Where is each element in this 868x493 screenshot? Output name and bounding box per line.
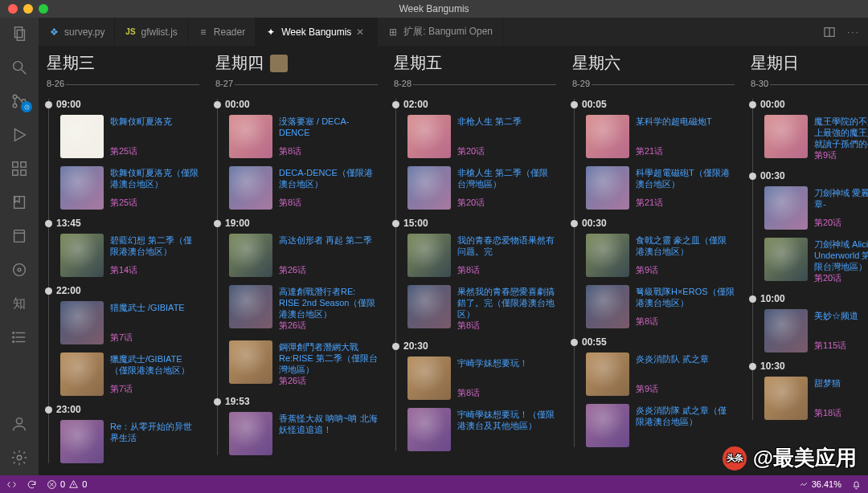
sync-icon[interactable] xyxy=(27,479,37,490)
bangumi-entry[interactable]: Re：从零开始的异世界生活 xyxy=(60,420,199,463)
book-icon[interactable] xyxy=(10,226,29,246)
entry-title[interactable]: Re：从零开始的异世界生活 xyxy=(110,421,199,443)
entry-title[interactable]: 鋼彈創鬥者潛網大戰 Re:RISE 第二季（僅限台灣地區） xyxy=(279,341,378,375)
entry-title[interactable]: DECA-DENCE（僅限港澳台地区） xyxy=(279,167,378,189)
bangumi-entry[interactable]: 科學超電磁砲T（僅限港澳台地区）第21话 xyxy=(586,166,735,210)
thumbnail xyxy=(229,412,272,455)
thumbnail xyxy=(60,352,104,396)
bangumi-entry[interactable]: 高達創戰潛行者RE: RISE 2nd Season（僅限港澳台地区）第26话 xyxy=(229,285,378,332)
entry-title[interactable]: 没落要塞 / DECA-DENCE xyxy=(279,116,378,138)
entry-title[interactable]: 某科学的超电磁炮T xyxy=(636,116,712,127)
bangumi-entry[interactable]: 果然我的青春戀愛喜劇搞錯了。完（僅限港澳台地区）第8话 xyxy=(407,285,556,332)
bangumi-entry[interactable]: 炎炎消防队 贰之章第9话 xyxy=(586,352,735,396)
tab--bangumi-open[interactable]: ⊞扩展: Bangumi Open xyxy=(378,18,503,46)
entry-title[interactable]: 高达创形者 再起 第二季 xyxy=(279,234,372,246)
time-label: 22:00 xyxy=(56,285,81,296)
bangumi-entry[interactable]: 宇崎學妹想要玩！（僅限港澳台及其他地區） xyxy=(407,408,556,451)
bangumi-entry[interactable]: 歌舞伎町夏洛克第25话 xyxy=(60,115,199,158)
tab-label: Week Bangumis xyxy=(281,26,351,38)
more-icon[interactable]: ··· xyxy=(847,26,860,39)
cursor-pct[interactable]: 36.41% xyxy=(798,479,841,490)
bangumi-entry[interactable]: 歌舞伎町夏洛克（僅限港澳台地区）第25话 xyxy=(60,166,199,210)
bangumi-entry[interactable]: 炎炎消防隊 貳之章（僅限港澳台地區） xyxy=(586,404,735,447)
bangumi-entry[interactable]: 刀劍神域 愛麗絲篇 -終章-第20话 xyxy=(764,186,868,230)
entry-title[interactable]: 歌舞伎町夏洛克 xyxy=(110,116,172,127)
tab-gfwlist-js[interactable]: JSgfwlist.js xyxy=(115,18,187,46)
zhihu-icon[interactable]: 知 xyxy=(10,294,29,313)
entry-title[interactable]: 我的青春恋爱物语果然有问题。完 xyxy=(457,234,556,257)
remote-icon[interactable] xyxy=(6,479,17,490)
bangumi-entry[interactable]: 甜梦猫第18话 xyxy=(764,377,868,420)
bangumi-entry[interactable]: 刀劍神域 Alicization Underworld 第二季（僅限台灣地區）第… xyxy=(764,238,868,285)
bangumi-entry[interactable]: 猎魔武士 /GIBIATE第7话 xyxy=(60,301,199,344)
bangumi-entry[interactable]: 香蕉怪大叔 呐呐~呐 北海妖怪追追追！ xyxy=(229,412,378,455)
entry-title[interactable]: 宇崎学妹想要玩！ xyxy=(457,357,528,369)
settings-gear-icon[interactable] xyxy=(10,448,29,467)
search-icon[interactable] xyxy=(10,58,29,77)
entry-title[interactable]: 科學超電磁砲T（僅限港澳台地区） xyxy=(636,167,735,189)
entry-title[interactable]: 高達創戰潛行者RE: RISE 2nd Season（僅限港澳台地区） xyxy=(279,286,378,320)
entry-title[interactable]: 碧藍幻想 第二季（僅限港澳台地区） xyxy=(110,234,199,257)
bangumi-entry[interactable]: 没落要塞 / DECA-DENCE第8话 xyxy=(229,115,378,158)
svg-point-16 xyxy=(14,264,26,276)
bangumi-entry[interactable]: 宇崎学妹想要玩！第8话 xyxy=(407,357,556,400)
bangumi-entry[interactable]: 我的青春恋爱物语果然有问题。完第8话 xyxy=(407,234,556,277)
extensions-icon[interactable] xyxy=(10,159,29,178)
content-area: 星期三8-2609:00歌舞伎町夏洛克第25话歌舞伎町夏洛克（僅限港澳台地区）第… xyxy=(39,46,868,475)
svg-point-24 xyxy=(16,418,22,424)
entry-title[interactable]: 炎炎消防队 贰之章 xyxy=(636,353,709,365)
bangumi-entry[interactable]: 魔王學院的不適任者～史上最強的魔王始祖、轉生就讀子孫們的學校～第9话 xyxy=(764,115,868,162)
entry-title[interactable]: 猎魔武士 /GIBIATE xyxy=(110,302,185,313)
entry-title[interactable]: 甜梦猫 xyxy=(814,377,841,389)
bangumi-entry[interactable]: 鋼彈創鬥者潛網大戰 Re:RISE 第二季（僅限台灣地區）第26话 xyxy=(229,340,378,388)
entry-title[interactable]: 弩級戰隊H×EROS（僅限港澳台地区） xyxy=(636,286,735,308)
bangumi-entry[interactable]: 食戟之靈 豪之皿（僅限港澳台地区）第9话 xyxy=(586,234,735,277)
entry-title[interactable]: 非槍人生 第二季（僅限台灣地區） xyxy=(457,167,556,189)
bookmark-icon[interactable] xyxy=(10,193,29,212)
entry-title[interactable]: 歌舞伎町夏洛克（僅限港澳台地区） xyxy=(110,167,199,189)
time-bullet-icon xyxy=(45,287,52,295)
entry-title[interactable]: 美妙☆频道 xyxy=(814,310,858,321)
bell-icon[interactable] xyxy=(851,479,862,490)
split-editor-icon[interactable] xyxy=(823,26,836,39)
tab-reader[interactable]: ≡Reader xyxy=(188,18,256,46)
account-icon[interactable] xyxy=(10,414,29,434)
bangumi-entry[interactable]: 高达创形者 再起 第二季第26话 xyxy=(229,234,378,277)
list-icon[interactable] xyxy=(10,328,29,347)
entry-title[interactable]: 果然我的青春戀愛喜劇搞錯了。完（僅限港澳台地区） xyxy=(457,286,556,320)
bangumi-entry[interactable]: 獵魔武士/GIBIATE（僅限港澳台地区）第7话 xyxy=(60,352,199,396)
close-window-icon[interactable] xyxy=(8,4,18,14)
entry-title[interactable]: 魔王學院的不適任者～史上最強的魔王始祖、轉生就讀子孫們的學校～ xyxy=(814,116,868,149)
entry-title[interactable]: 刀劍神域 愛麗絲篇 -終章- xyxy=(814,187,868,210)
svg-rect-10 xyxy=(13,170,18,175)
thumbnail xyxy=(764,238,808,281)
entry-title[interactable]: 食戟之靈 豪之皿（僅限港澳台地区） xyxy=(636,234,735,257)
bangumi-entry[interactable]: 某科学的超电磁炮T第21话 xyxy=(586,115,735,158)
bangumi-entry[interactable]: 弩級戰隊H×EROS（僅限港澳台地区）第8话 xyxy=(586,285,735,328)
entry-title[interactable]: 刀劍神域 Alicization Underworld 第二季（僅限台灣地區） xyxy=(814,238,868,272)
source-control-icon[interactable] xyxy=(10,92,29,111)
tab-week-bangumis[interactable]: ✦Week Bangumis✕ xyxy=(256,18,378,46)
files-icon[interactable] xyxy=(10,24,29,43)
bangumi-entry[interactable]: DECA-DENCE（僅限港澳台地区）第8话 xyxy=(229,166,378,210)
thumbnail xyxy=(764,377,808,420)
tab-survey-py[interactable]: ❖survey.py xyxy=(39,18,115,46)
entry-title[interactable]: 香蕉怪大叔 呐呐~呐 北海妖怪追追追！ xyxy=(279,413,378,435)
time-bullet-icon xyxy=(571,220,578,227)
entry-title[interactable]: 炎炎消防隊 貳之章（僅限港澳台地區） xyxy=(636,405,735,427)
problems[interactable]: 0 0 xyxy=(47,479,87,490)
entry-title[interactable]: 非枪人生 第二季 xyxy=(457,116,522,127)
close-icon[interactable]: ✕ xyxy=(356,26,367,38)
entry-title[interactable]: 宇崎學妹想要玩！（僅限港澳台及其他地區） xyxy=(457,409,556,431)
bangumi-entry[interactable]: 碧藍幻想 第二季（僅限港澳台地区）第14话 xyxy=(60,234,199,277)
entry-title[interactable]: 獵魔武士/GIBIATE（僅限港澳台地区） xyxy=(110,353,199,376)
entry-episode: 第8话 xyxy=(279,145,378,157)
minimize-window-icon[interactable] xyxy=(23,4,33,14)
disc-icon[interactable] xyxy=(10,260,29,279)
bangumi-entry[interactable]: 非槍人生 第二季（僅限台灣地區）第20话 xyxy=(407,166,556,210)
bangumi-entry[interactable]: 非枪人生 第二季第20话 xyxy=(407,115,556,158)
bangumi-entry[interactable]: 美妙☆频道第115话 xyxy=(764,309,868,352)
thumbnail xyxy=(586,166,629,210)
run-icon[interactable] xyxy=(10,125,29,145)
maximize-window-icon[interactable] xyxy=(39,4,48,14)
